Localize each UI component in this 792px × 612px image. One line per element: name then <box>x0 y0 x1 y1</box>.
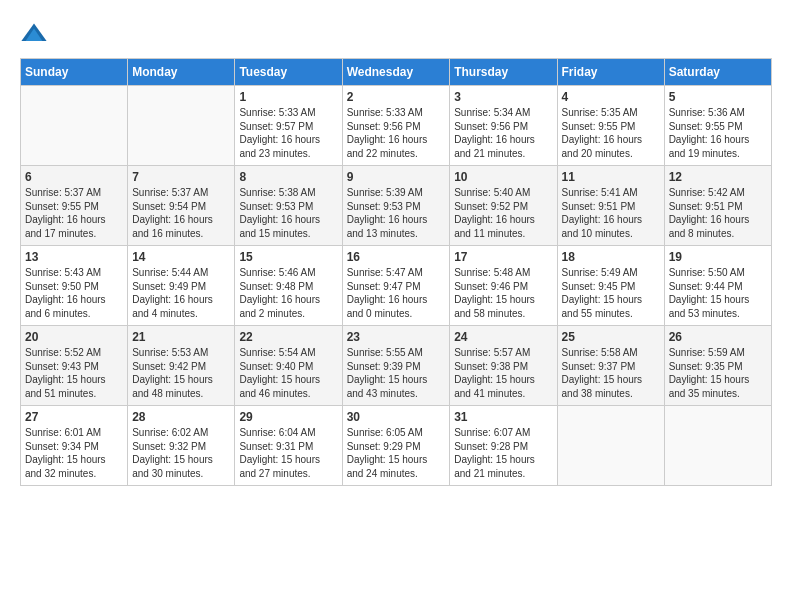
day-number: 29 <box>239 410 337 424</box>
calendar-day-cell: 1Sunrise: 5:33 AM Sunset: 9:57 PM Daylig… <box>235 86 342 166</box>
day-number: 10 <box>454 170 552 184</box>
day-of-week-header: Sunday <box>21 59 128 86</box>
day-number: 21 <box>132 330 230 344</box>
day-info: Sunrise: 6:02 AM Sunset: 9:32 PM Dayligh… <box>132 426 230 480</box>
calendar-day-cell: 18Sunrise: 5:49 AM Sunset: 9:45 PM Dayli… <box>557 246 664 326</box>
day-info: Sunrise: 5:39 AM Sunset: 9:53 PM Dayligh… <box>347 186 446 240</box>
day-number: 13 <box>25 250 123 264</box>
day-number: 12 <box>669 170 767 184</box>
calendar-day-cell: 5Sunrise: 5:36 AM Sunset: 9:55 PM Daylig… <box>664 86 771 166</box>
day-info: Sunrise: 5:47 AM Sunset: 9:47 PM Dayligh… <box>347 266 446 320</box>
day-number: 7 <box>132 170 230 184</box>
day-info: Sunrise: 5:50 AM Sunset: 9:44 PM Dayligh… <box>669 266 767 320</box>
day-info: Sunrise: 5:46 AM Sunset: 9:48 PM Dayligh… <box>239 266 337 320</box>
day-info: Sunrise: 6:07 AM Sunset: 9:28 PM Dayligh… <box>454 426 552 480</box>
calendar-day-cell <box>664 406 771 486</box>
day-number: 26 <box>669 330 767 344</box>
calendar-day-cell: 12Sunrise: 5:42 AM Sunset: 9:51 PM Dayli… <box>664 166 771 246</box>
calendar-day-cell: 24Sunrise: 5:57 AM Sunset: 9:38 PM Dayli… <box>450 326 557 406</box>
day-info: Sunrise: 5:40 AM Sunset: 9:52 PM Dayligh… <box>454 186 552 240</box>
day-info: Sunrise: 5:43 AM Sunset: 9:50 PM Dayligh… <box>25 266 123 320</box>
day-number: 27 <box>25 410 123 424</box>
day-number: 16 <box>347 250 446 264</box>
calendar-day-cell: 4Sunrise: 5:35 AM Sunset: 9:55 PM Daylig… <box>557 86 664 166</box>
logo <box>20 20 52 48</box>
day-number: 20 <box>25 330 123 344</box>
day-of-week-header: Saturday <box>664 59 771 86</box>
day-info: Sunrise: 5:37 AM Sunset: 9:55 PM Dayligh… <box>25 186 123 240</box>
day-info: Sunrise: 5:34 AM Sunset: 9:56 PM Dayligh… <box>454 106 552 160</box>
calendar-day-cell: 23Sunrise: 5:55 AM Sunset: 9:39 PM Dayli… <box>342 326 450 406</box>
day-number: 22 <box>239 330 337 344</box>
day-info: Sunrise: 5:35 AM Sunset: 9:55 PM Dayligh… <box>562 106 660 160</box>
calendar-day-cell: 30Sunrise: 6:05 AM Sunset: 9:29 PM Dayli… <box>342 406 450 486</box>
calendar-day-cell: 27Sunrise: 6:01 AM Sunset: 9:34 PM Dayli… <box>21 406 128 486</box>
calendar-week-row: 6Sunrise: 5:37 AM Sunset: 9:55 PM Daylig… <box>21 166 772 246</box>
page-header <box>20 20 772 48</box>
day-number: 14 <box>132 250 230 264</box>
calendar-day-cell: 2Sunrise: 5:33 AM Sunset: 9:56 PM Daylig… <box>342 86 450 166</box>
calendar-week-row: 20Sunrise: 5:52 AM Sunset: 9:43 PM Dayli… <box>21 326 772 406</box>
calendar-day-cell: 7Sunrise: 5:37 AM Sunset: 9:54 PM Daylig… <box>128 166 235 246</box>
calendar-day-cell <box>128 86 235 166</box>
calendar-day-cell <box>21 86 128 166</box>
day-of-week-header: Thursday <box>450 59 557 86</box>
calendar-day-cell: 20Sunrise: 5:52 AM Sunset: 9:43 PM Dayli… <box>21 326 128 406</box>
day-number: 15 <box>239 250 337 264</box>
calendar-day-cell: 26Sunrise: 5:59 AM Sunset: 9:35 PM Dayli… <box>664 326 771 406</box>
day-of-week-header: Monday <box>128 59 235 86</box>
day-info: Sunrise: 5:55 AM Sunset: 9:39 PM Dayligh… <box>347 346 446 400</box>
day-of-week-header: Tuesday <box>235 59 342 86</box>
calendar-day-cell: 15Sunrise: 5:46 AM Sunset: 9:48 PM Dayli… <box>235 246 342 326</box>
day-info: Sunrise: 5:54 AM Sunset: 9:40 PM Dayligh… <box>239 346 337 400</box>
day-number: 24 <box>454 330 552 344</box>
calendar-day-cell: 21Sunrise: 5:53 AM Sunset: 9:42 PM Dayli… <box>128 326 235 406</box>
day-info: Sunrise: 5:33 AM Sunset: 9:56 PM Dayligh… <box>347 106 446 160</box>
calendar-day-cell: 14Sunrise: 5:44 AM Sunset: 9:49 PM Dayli… <box>128 246 235 326</box>
day-number: 1 <box>239 90 337 104</box>
day-of-week-header: Wednesday <box>342 59 450 86</box>
calendar-day-cell: 11Sunrise: 5:41 AM Sunset: 9:51 PM Dayli… <box>557 166 664 246</box>
day-number: 3 <box>454 90 552 104</box>
day-info: Sunrise: 5:36 AM Sunset: 9:55 PM Dayligh… <box>669 106 767 160</box>
day-info: Sunrise: 6:01 AM Sunset: 9:34 PM Dayligh… <box>25 426 123 480</box>
day-number: 8 <box>239 170 337 184</box>
logo-icon <box>20 20 48 48</box>
day-info: Sunrise: 6:05 AM Sunset: 9:29 PM Dayligh… <box>347 426 446 480</box>
day-of-week-header: Friday <box>557 59 664 86</box>
calendar-day-cell: 29Sunrise: 6:04 AM Sunset: 9:31 PM Dayli… <box>235 406 342 486</box>
day-number: 11 <box>562 170 660 184</box>
day-number: 31 <box>454 410 552 424</box>
day-number: 9 <box>347 170 446 184</box>
calendar-week-row: 1Sunrise: 5:33 AM Sunset: 9:57 PM Daylig… <box>21 86 772 166</box>
day-info: Sunrise: 5:57 AM Sunset: 9:38 PM Dayligh… <box>454 346 552 400</box>
day-number: 19 <box>669 250 767 264</box>
calendar-day-cell: 31Sunrise: 6:07 AM Sunset: 9:28 PM Dayli… <box>450 406 557 486</box>
calendar-day-cell: 9Sunrise: 5:39 AM Sunset: 9:53 PM Daylig… <box>342 166 450 246</box>
day-number: 17 <box>454 250 552 264</box>
calendar-table: SundayMondayTuesdayWednesdayThursdayFrid… <box>20 58 772 486</box>
day-info: Sunrise: 5:52 AM Sunset: 9:43 PM Dayligh… <box>25 346 123 400</box>
day-info: Sunrise: 5:59 AM Sunset: 9:35 PM Dayligh… <box>669 346 767 400</box>
day-info: Sunrise: 5:48 AM Sunset: 9:46 PM Dayligh… <box>454 266 552 320</box>
calendar-day-cell: 17Sunrise: 5:48 AM Sunset: 9:46 PM Dayli… <box>450 246 557 326</box>
day-info: Sunrise: 5:58 AM Sunset: 9:37 PM Dayligh… <box>562 346 660 400</box>
day-info: Sunrise: 5:49 AM Sunset: 9:45 PM Dayligh… <box>562 266 660 320</box>
day-info: Sunrise: 5:41 AM Sunset: 9:51 PM Dayligh… <box>562 186 660 240</box>
calendar-day-cell: 10Sunrise: 5:40 AM Sunset: 9:52 PM Dayli… <box>450 166 557 246</box>
calendar-day-cell: 28Sunrise: 6:02 AM Sunset: 9:32 PM Dayli… <box>128 406 235 486</box>
day-number: 23 <box>347 330 446 344</box>
calendar-day-cell: 16Sunrise: 5:47 AM Sunset: 9:47 PM Dayli… <box>342 246 450 326</box>
calendar-week-row: 27Sunrise: 6:01 AM Sunset: 9:34 PM Dayli… <box>21 406 772 486</box>
day-number: 6 <box>25 170 123 184</box>
calendar-week-row: 13Sunrise: 5:43 AM Sunset: 9:50 PM Dayli… <box>21 246 772 326</box>
day-number: 4 <box>562 90 660 104</box>
calendar-day-cell: 22Sunrise: 5:54 AM Sunset: 9:40 PM Dayli… <box>235 326 342 406</box>
day-info: Sunrise: 5:33 AM Sunset: 9:57 PM Dayligh… <box>239 106 337 160</box>
day-info: Sunrise: 5:38 AM Sunset: 9:53 PM Dayligh… <box>239 186 337 240</box>
calendar-header-row: SundayMondayTuesdayWednesdayThursdayFrid… <box>21 59 772 86</box>
day-number: 25 <box>562 330 660 344</box>
day-number: 5 <box>669 90 767 104</box>
calendar-day-cell <box>557 406 664 486</box>
day-info: Sunrise: 5:42 AM Sunset: 9:51 PM Dayligh… <box>669 186 767 240</box>
